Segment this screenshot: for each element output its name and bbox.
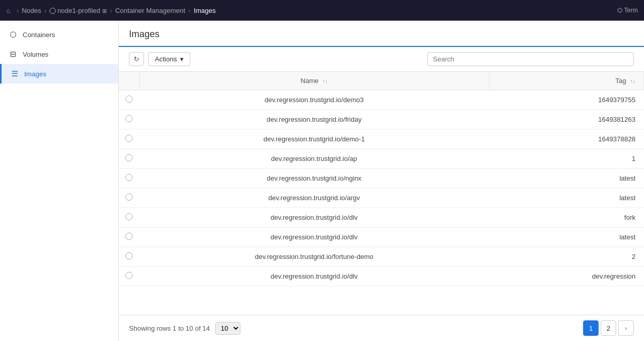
row-name-7: dev.regression.trustgrid.io/dlv [139, 228, 489, 247]
tag-sort-icon: ↑↓ [630, 78, 635, 84]
sidebar-label-images: Images [24, 70, 46, 78]
row-radio-9[interactable] [125, 272, 133, 279]
row-tag-7: latest [489, 228, 643, 247]
row-tag-3: 1 [489, 149, 643, 169]
images-table: Name ↑↓ Tag ↑↓ dev.regression.trustgrid.… [119, 72, 644, 286]
row-tag-2: 1649378828 [489, 129, 643, 149]
row-radio-7[interactable] [125, 233, 133, 240]
volumes-icon: ⊟ [8, 50, 18, 59]
table-row: dev.regression.trustgrid.io/argvlatest [119, 188, 644, 208]
row-radio-8[interactable] [125, 252, 133, 259]
row-tag-5: latest [489, 188, 643, 208]
showing-text: Showing rows 1 to 10 of 14 [129, 324, 210, 332]
sidebar: ⬡ Containers ⊟ Volumes ☰ Images [0, 21, 119, 341]
table-footer: Showing rows 1 to 10 of 14 10 25 50 1 2 … [119, 315, 644, 341]
row-tag-6: fork [489, 208, 643, 228]
actions-button[interactable]: Actions ▾ [148, 52, 190, 66]
table-row: dev.regression.trustgrid.io/dlvdev.regre… [119, 267, 644, 286]
row-radio-5[interactable] [125, 193, 133, 201]
breadcrumb-separator-4: › [188, 7, 190, 14]
row-name-9: dev.regression.trustgrid.io/dlv [139, 267, 489, 286]
table-row: dev.regression.trustgrid.io/friday164938… [119, 110, 644, 129]
sidebar-item-volumes[interactable]: ⊟ Volumes [0, 44, 118, 64]
containers-icon: ⬡ [8, 30, 18, 39]
table-row: dev.regression.trustgrid.io/ap1 [119, 149, 644, 169]
sidebar-item-containers[interactable]: ⬡ Containers [0, 25, 118, 44]
refresh-button[interactable]: ↻ [129, 52, 144, 66]
row-radio-3[interactable] [125, 154, 133, 161]
breadcrumb-node[interactable]: node1-profiled ⊞ [50, 7, 107, 14]
row-tag-8: 2 [489, 247, 643, 267]
sidebar-label-volumes: Volumes [23, 51, 49, 58]
images-icon: ☰ [10, 69, 19, 78]
table-row: dev.regression.trustgrid.io/nginxlatest [119, 169, 644, 188]
table-body: dev.regression.trustgrid.io/demo31649379… [119, 90, 644, 286]
breadcrumb-images: Images [194, 7, 216, 14]
terminal-button[interactable]: ⌬ Term [617, 7, 638, 14]
row-name-3: dev.regression.trustgrid.io/ap [139, 149, 489, 169]
pagination: 1 2 › [583, 320, 634, 336]
name-sort-icon: ↑↓ [323, 78, 328, 84]
table-row: dev.regression.trustgrid.io/fortune-demo… [119, 247, 644, 267]
sidebar-label-containers: Containers [23, 31, 55, 39]
page-2-button[interactable]: 2 [601, 320, 616, 336]
search-input[interactable] [427, 52, 634, 66]
page-1-button[interactable]: 1 [583, 320, 599, 336]
row-tag-0: 1649379755 [489, 90, 643, 110]
row-name-5: dev.regression.trustgrid.io/argv [139, 188, 489, 208]
table-header-tag[interactable]: Tag ↑↓ [489, 72, 643, 90]
per-page-select[interactable]: 10 25 50 [215, 322, 240, 335]
table-row: dev.regression.trustgrid.io/dlvlatest [119, 228, 644, 247]
row-radio-0[interactable] [125, 95, 133, 103]
row-name-1: dev.regression.trustgrid.io/friday [139, 110, 489, 129]
table-header-select [119, 72, 139, 90]
row-name-4: dev.regression.trustgrid.io/nginx [139, 169, 489, 188]
content-area: Images ↻ Actions ▾ [119, 21, 644, 341]
breadcrumb-separator-3: › [110, 7, 112, 14]
actions-label: Actions [155, 55, 177, 63]
top-nav: ⌂ › Nodes › node1-profiled ⊞ › Container… [0, 0, 644, 21]
row-radio-1[interactable] [125, 115, 133, 122]
table-row: dev.regression.trustgrid.io/dlvfork [119, 208, 644, 228]
breadcrumb-separator-1: › [17, 7, 19, 14]
row-name-6: dev.regression.trustgrid.io/dlv [139, 208, 489, 228]
row-name-2: dev.regression.trustgrid.io/demo-1 [139, 129, 489, 149]
row-name-0: dev.regression.trustgrid.io/demo3 [139, 90, 489, 110]
images-table-container: Name ↑↓ Tag ↑↓ dev.regression.trustgrid.… [119, 72, 644, 315]
node-circle-icon [50, 8, 56, 14]
home-icon[interactable]: ⌂ [6, 7, 10, 14]
page-title: Images [129, 29, 634, 40]
refresh-icon: ↻ [134, 55, 139, 63]
table-row: dev.regression.trustgrid.io/demo31649379… [119, 90, 644, 110]
page-next-button[interactable]: › [618, 320, 634, 336]
row-tag-1: 1649381263 [489, 110, 643, 129]
row-tag-9: dev.regression [489, 267, 643, 286]
actions-chevron-icon: ▾ [180, 55, 184, 63]
table-header-row: Name ↑↓ Tag ↑↓ [119, 72, 644, 90]
sidebar-item-images[interactable]: ☰ Images [0, 64, 118, 84]
breadcrumb-separator-2: › [44, 7, 46, 14]
next-icon: › [625, 326, 626, 331]
breadcrumb-container-mgmt[interactable]: Container Management [115, 7, 185, 14]
table-row: dev.regression.trustgrid.io/demo-1164937… [119, 129, 644, 149]
row-tag-4: latest [489, 169, 643, 188]
row-name-8: dev.regression.trustgrid.io/fortune-demo [139, 247, 489, 267]
main-layout: ⬡ Containers ⊟ Volumes ☰ Images Images ↻ [0, 21, 644, 341]
row-radio-4[interactable] [125, 174, 133, 181]
row-radio-2[interactable] [125, 135, 133, 142]
row-radio-6[interactable] [125, 213, 133, 220]
breadcrumb-nodes[interactable]: Nodes [22, 7, 41, 14]
toolbar: ↻ Actions ▾ [119, 47, 644, 72]
app-container: ⌂ › Nodes › node1-profiled ⊞ › Container… [0, 0, 644, 341]
page-header: Images [119, 21, 644, 47]
table-header-name[interactable]: Name ↑↓ [139, 72, 489, 90]
